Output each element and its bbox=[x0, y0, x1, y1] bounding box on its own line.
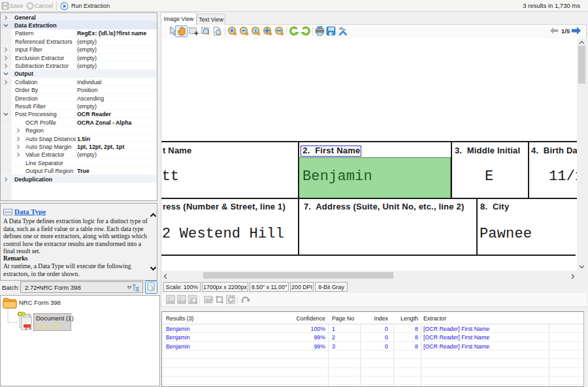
svg-text:0101: 0101 bbox=[5, 210, 12, 214]
svg-text:1: 1 bbox=[254, 29, 257, 33]
svg-text:A: A bbox=[151, 286, 154, 291]
